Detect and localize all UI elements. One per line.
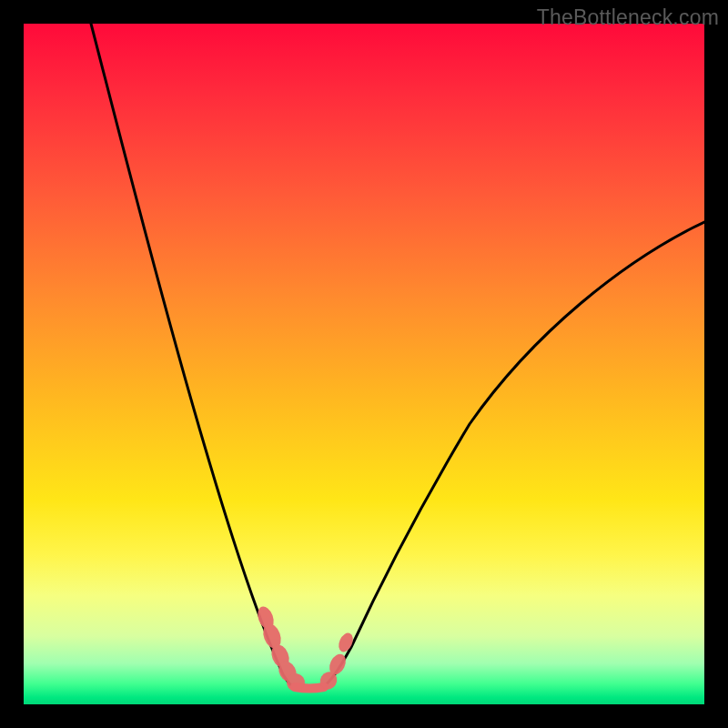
- chart-frame: TheBottleneck.com: [0, 0, 728, 728]
- right-marker-group: [317, 631, 356, 693]
- right-curve: [322, 222, 704, 688]
- left-curve: [91, 24, 297, 688]
- plot-area: [24, 24, 704, 704]
- left-marker-group: [255, 604, 308, 695]
- curve-svg: [24, 24, 704, 704]
- watermark-label: TheBottleneck.com: [537, 5, 719, 30]
